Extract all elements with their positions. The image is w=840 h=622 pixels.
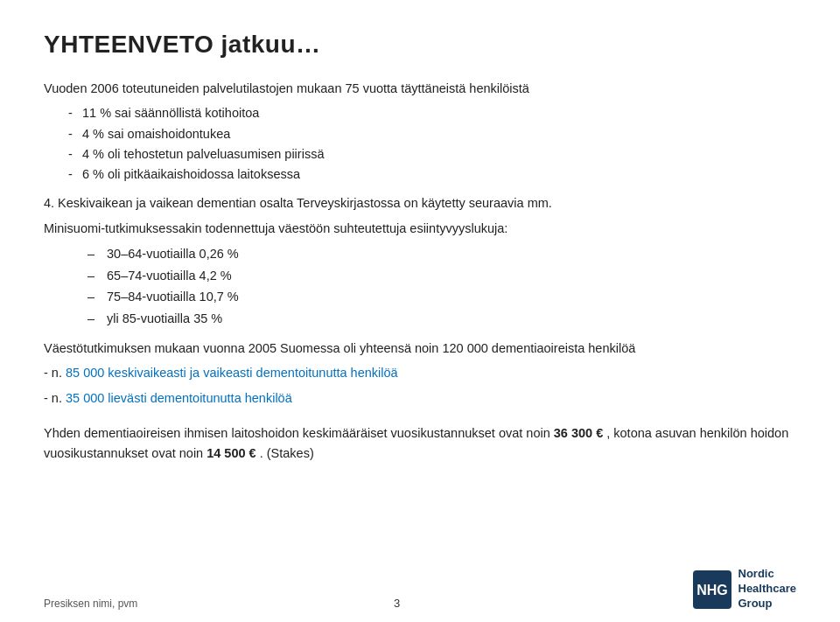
list-item: 65–74-vuotiailla 4,2 % [88,265,796,287]
intro-text: Vuoden 2006 toteutuneiden palvelutilasto… [44,79,796,98]
svg-text:NHG: NHG [696,583,728,598]
paragraph1: Väestötutkimuksen mukaan vuonna 2005 Suo… [44,339,796,358]
list-item: 75–84-vuotiailla 10,7 % [88,286,796,308]
dementia-section: 4. Keskivaikean ja vaikean dementian osa… [44,193,796,330]
page-title: YHTEENVETO jatkuu… [44,26,796,63]
paragraph3: - n. 35 000 lievästi dementoitunutta hen… [44,388,796,408]
nhg-logo-icon: NHG [693,570,732,609]
nhg-line3: Group [738,597,796,612]
page: YHTEENVETO jatkuu… Vuoden 2006 toteutune… [0,0,840,622]
list-item: 30–64-vuotiailla 0,26 % [88,243,796,265]
bold-amount2: 14 500 € [206,446,256,460]
list-item: 6 % oli pitkäaikaishoidossa laitoksessa [68,164,796,185]
sentence1: 4. Keskivaikean ja vaikean dementian osa… [44,193,796,213]
list-item: 11 % sai säännöllistä kotihoitoa [68,103,796,123]
nhg-line1: Nordic [738,567,796,582]
footer-page-number: 3 [394,595,400,612]
nhg-line2: Healthcare [738,582,796,597]
paragraph3-blue: 35 000 lievästi dementoitunutta henkilöä [66,391,292,405]
list-item: yli 85-vuotiailla 35 % [88,308,796,330]
nhg-logo-text: Nordic Healthcare Group [738,567,796,612]
intro-section: Vuoden 2006 toteutuneiden palvelutilasto… [44,79,796,185]
paragraph2-blue: 85 000 keskivaikeasti ja vaikeasti demen… [66,366,398,380]
bold-amount1: 36 300 € [554,426,603,440]
statistics-section: Väestötutkimuksen mukaan vuonna 2005 Suo… [44,339,796,408]
paragraph2: - n. 85 000 keskivaikeasti ja vaikeasti … [44,363,796,382]
footer: Presiksen nimi, pvm 3 NHG Nordic Healthc… [0,561,840,622]
footer-left: Presiksen nimi, pvm [44,596,137,612]
cost-section: Yhden dementiaoireisen ihmisen laitoshoi… [44,423,796,464]
footer-logo: NHG Nordic Healthcare Group [656,567,796,612]
cost-text: Yhden dementiaoireisen ihmisen laitoshoi… [44,423,796,464]
sub-list: 30–64-vuotiailla 0,26 % 65–74-vuotiailla… [88,243,796,330]
bullet-list: 11 % sai säännöllistä kotihoitoa 4 % sai… [68,103,796,185]
nhg-logo-container: NHG Nordic Healthcare Group [693,567,796,612]
list-item: 4 % oli tehostetun palveluasumisen piiri… [68,144,796,164]
list-item: 4 % sai omaishoidontukea [68,124,796,144]
sentence2: Minisuomi-tutkimuksessakin todennettuja … [44,219,796,238]
